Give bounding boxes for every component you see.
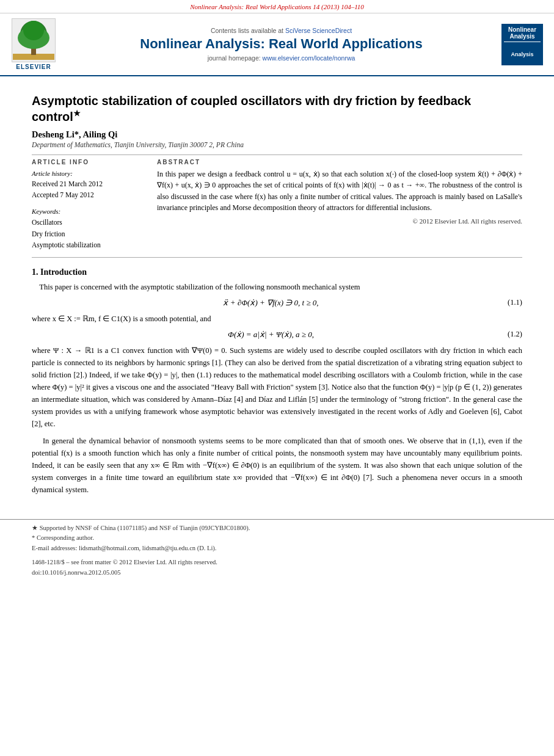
journal-header: ELSEVIER Contents lists available at Sci… [0, 13, 554, 76]
keyword-asymptotic: Asymptotic stabilization [32, 239, 145, 250]
equation-1-2-number: (1.2) [486, 330, 522, 339]
thumb-box: Nonlinear Analysis Analysis [501, 24, 543, 65]
elsevier-tree-image [12, 18, 56, 62]
intro-para3: In general the dynamical behavior of non… [32, 435, 522, 496]
thumb-line2: Analysis [509, 33, 534, 40]
article-info-block: Article history: Received 21 March 2012 … [32, 169, 145, 251]
journal-homepage: journal homepage: www.elsevier.com/locat… [67, 54, 495, 62]
abstract-text: In this paper we design a feedback contr… [157, 169, 522, 214]
elsevier-logo: ELSEVIER [6, 18, 61, 70]
email-line: E-mail addresses: lidsmath@hotmail.com, … [32, 543, 522, 554]
issn-line: 1468-1218/$ – see front matter © 2012 El… [32, 558, 522, 568]
intro-title: Introduction [40, 267, 87, 277]
journal-center: Contents lists available at SciVerse Sci… [67, 27, 495, 62]
intro-number: 1. [32, 267, 38, 277]
intro-para2: where Ψ : X → ℝ1 is a C1 convex function… [32, 344, 522, 430]
accepted-date: Accepted 7 May 2012 [32, 190, 145, 201]
svg-text:Analysis: Analysis [511, 51, 533, 57]
svg-point-4 [23, 21, 44, 40]
equation-1-2: Φ(ẋ) = a|ẋ| + Ψ(ẋ), a ≥ 0, [56, 330, 486, 340]
keywords-label: Keywords: [32, 206, 145, 217]
page: Nonlinear Analysis: Real World Applicati… [0, 0, 554, 756]
eq1-where: where x ∈ X := ℝm, f ∈ C1(X) is a smooth… [32, 313, 522, 325]
keyword-dry-friction: Dry friction [32, 228, 145, 239]
equation-1-1: ẍ + ∂Φ(ẋ) + ∇f(x) ∋ 0, t ≥ 0, [56, 298, 486, 308]
journal-title-main: Nonlinear Analysis: Real World Applicati… [67, 36, 495, 52]
equation-1-2-row: Φ(ẋ) = a|ẋ| + Ψ(ẋ), a ≥ 0, (1.2) [56, 330, 522, 340]
journal-bar: Nonlinear Analysis: Real World Applicati… [0, 0, 554, 13]
elsevier-text: ELSEVIER [16, 64, 51, 70]
intro-para1: This paper is concerned with the asympto… [32, 281, 522, 293]
homepage-url[interactable]: www.elsevier.com/locate/nonrwa [263, 54, 355, 62]
received-date: Received 21 March 2012 [32, 179, 145, 190]
sciverse-line: Contents lists available at SciVerse Sci… [67, 27, 495, 34]
title-star: ★ [73, 109, 81, 118]
doi-line: doi:10.1016/j.nonrwa.2012.05.005 [32, 568, 522, 578]
keyword-list: Oscillators Dry friction Asymptotic stab… [32, 217, 145, 250]
intro-heading: 1. Introduction [32, 267, 522, 277]
abstract-label: ABSTRACT [157, 159, 522, 165]
two-col-section: ARTICLE INFO Article history: Received 2… [32, 159, 522, 251]
article-info-col: ARTICLE INFO Article history: Received 2… [32, 159, 145, 251]
paper-title-text: Asymptotic stabilization of coupled osci… [32, 94, 471, 123]
keyword-oscillators: Oscillators [32, 217, 145, 228]
footnote2: * Corresponding author. [32, 533, 522, 543]
journal-citation: Nonlinear Analysis: Real World Applicati… [190, 3, 364, 10]
footer: ★ Supported by NNSF of China (11071185) … [0, 519, 554, 578]
homepage-label: journal homepage: [208, 54, 263, 62]
paper-content: Asymptotic stabilization of coupled osci… [0, 76, 554, 507]
journal-thumb: Nonlinear Analysis Analysis [501, 24, 543, 65]
section-divider [32, 257, 522, 258]
equation-1-1-row: ẍ + ∂Φ(ẋ) + ∇f(x) ∋ 0, t ≥ 0, (1.1) [56, 298, 522, 308]
paper-authors: Desheng Li*, Ailing Qi [32, 129, 522, 140]
equation-1-1-number: (1.1) [486, 298, 522, 307]
paper-title: Asymptotic stabilization of coupled osci… [32, 93, 522, 125]
article-info-label: ARTICLE INFO [32, 159, 145, 165]
abstract-col: ABSTRACT In this paper we design a feedb… [157, 159, 522, 251]
footnote1: ★ Supported by NNSF of China (11071185) … [32, 523, 522, 534]
divider [32, 154, 522, 155]
copyright-line: © 2012 Elsevier Ltd. All rights reserved… [157, 217, 522, 225]
paper-affiliation: Department of Mathematics, Tianjin Unive… [32, 141, 522, 148]
thumb-line1: Nonlinear [508, 26, 536, 33]
history-label: Article history: [32, 169, 145, 179]
